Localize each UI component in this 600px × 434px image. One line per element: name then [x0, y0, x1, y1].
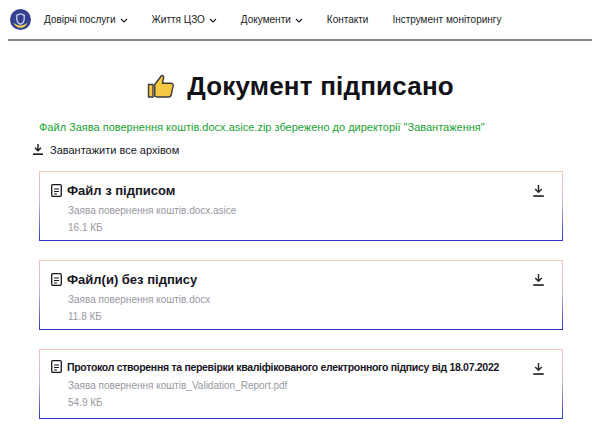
card-size: 11.8 КБ: [68, 311, 210, 322]
czo-logo-icon[interactable]: [10, 9, 31, 30]
card-size: 54.9 КБ: [68, 397, 499, 408]
card-title: Файл з підписом: [67, 183, 175, 198]
top-nav-bar: Довірчі послуги Життя ЦЗО Документи Конт…: [0, 0, 600, 39]
file-card-signed: Файл з підписом Заява повернення коштів.…: [39, 171, 563, 241]
nav-item-label: Життя ЦЗО: [152, 14, 205, 25]
download-icon: [532, 273, 545, 287]
nav-item-documents[interactable]: Документи: [241, 14, 303, 25]
nav-item-trust-services[interactable]: Довірчі послуги: [44, 14, 128, 25]
download-icon: [532, 362, 545, 376]
download-button[interactable]: [532, 273, 545, 290]
card-title: Протокол створення та перевірки кваліфік…: [67, 361, 499, 373]
nav-item-label: Інструмент моніторингу: [392, 14, 501, 25]
download-icon: [532, 184, 545, 198]
document-icon: [51, 184, 62, 197]
card-size: 16.1 КБ: [68, 222, 236, 233]
thumbs-up-icon: [146, 72, 176, 102]
document-icon: [51, 360, 62, 373]
header-divider: [8, 39, 592, 41]
file-card-list: Файл з підписом Заява повернення коштів.…: [39, 171, 563, 419]
status-message: Файл Заява повернення коштів.docx.asice.…: [39, 121, 600, 133]
content: Документ підписано Файл Заява повернення…: [0, 71, 600, 419]
chevron-down-icon: [295, 18, 303, 23]
document-icon: [51, 273, 62, 286]
file-card-validation-protocol: Протокол створення та перевірки кваліфік…: [39, 349, 563, 419]
card-filename: Заява повернення коштів.docx.asice: [68, 205, 236, 216]
nav-item-label: Документи: [241, 14, 291, 25]
chevron-down-icon: [209, 18, 217, 23]
download-button[interactable]: [532, 184, 545, 201]
card-title: Файл(и) без підпису: [67, 272, 197, 287]
download-icon: [32, 143, 44, 156]
card-filename: Заява повернення коштів.docx: [68, 294, 210, 305]
card-filename: Заява повернення коштів_Validation_Repor…: [68, 380, 499, 391]
nav-item-label: Контакти: [327, 14, 369, 25]
page-title-row: Документ підписано: [0, 71, 600, 102]
download-all-button[interactable]: Завантажити все архівом: [32, 143, 179, 156]
download-all-label: Завантажити все архівом: [50, 144, 179, 156]
nav-item-czo-life[interactable]: Життя ЦЗО: [152, 14, 217, 25]
download-button[interactable]: [532, 362, 545, 379]
main-menu: Довірчі послуги Життя ЦЗО Документи Конт…: [44, 14, 501, 25]
nav-item-monitoring-tool[interactable]: Інструмент моніторингу: [392, 14, 501, 25]
file-card-unsigned: Файл(и) без підпису Заява повернення кош…: [39, 260, 563, 330]
chevron-down-icon: [120, 18, 128, 23]
nav-item-label: Довірчі послуги: [44, 14, 116, 25]
nav-item-contacts[interactable]: Контакти: [327, 14, 369, 25]
page-title: Документ підписано: [187, 71, 454, 102]
